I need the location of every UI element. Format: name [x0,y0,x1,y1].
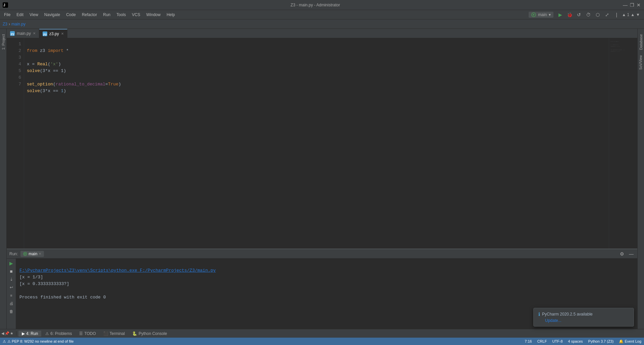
tab-z3-py-close[interactable]: ✕ [61,32,64,36]
run-button[interactable]: ▶ [556,11,564,19]
notification-info-icon: ℹ [538,312,540,317]
status-encoding[interactable]: UTF-8 [552,339,562,343]
left-panel-toggle[interactable]: ◀ [1,331,4,336]
run-label: Run: [9,252,18,256]
rerun-button[interactable]: ▶ [8,260,15,267]
menu-window[interactable]: Window [144,12,163,18]
soft-wrap-button[interactable]: ↩ [8,284,15,291]
app-logo-icon: J [3,2,8,8]
menubar: File Edit View Navigate Code Refactor Ru… [0,10,644,19]
bottom-tab-terminal[interactable]: ⬛ Terminal [100,331,128,337]
tab-main-py-close[interactable]: ✕ [33,31,36,35]
right-panel-tabs: Database SoV/View [637,29,644,329]
titlebar-controls[interactable]: — ❐ ✕ [623,2,641,8]
print-button[interactable]: 🖨 [8,300,15,307]
tab-z3-py-label: z3.py [49,31,59,36]
status-python[interactable]: Python 3.7 (Z3) [588,339,614,343]
status-line-ending[interactable]: CRLF [537,339,547,343]
sidebar-item-project[interactable]: 1: Project [1,31,6,52]
menu-vcs[interactable]: VCS [129,12,143,18]
titlebar: J Z3 - main.py - Administrator — ❐ ✕ [0,0,644,10]
run-minimize-button[interactable]: — [628,251,635,257]
run-tab-close[interactable]: ✕ [39,252,41,256]
notification-popup: ℹ PyCharm 2020.2.5 available Update... [533,308,634,327]
titlebar-title: Z3 - main.py - Administrator [290,3,340,7]
search-up-btn[interactable]: ▲ [631,12,635,17]
minimize-button[interactable]: — [623,2,628,8]
sidebar-database[interactable]: Database [638,31,644,53]
run-with-coverage-button[interactable]: ↺ [575,11,583,19]
svg-text:J: J [3,3,5,7]
menu-edit[interactable]: Edit [14,12,26,18]
terminal-label: Terminal [110,331,125,336]
menu-file[interactable]: File [1,12,13,18]
editor-container: py main.py ✕ py z3.py ✕ 1 [7,29,637,249]
menu-view[interactable]: View [27,12,41,18]
tab-main-py-label: main.py [17,31,31,36]
bottom-tab-python-console[interactable]: 🐍 Python Console [129,331,170,337]
menu-refactor[interactable]: Refactor [79,12,100,18]
breadcrumb: Z3 › main.py [0,19,644,29]
tab-bar: py main.py ✕ py z3.py ✕ [7,29,637,38]
svg-text:py: py [43,32,47,36]
breadcrumb-project[interactable]: Z3 [3,22,7,26]
minimap-panel: from z3 import * x = Real('x') solve(3*x… [609,38,637,249]
run-config-icon [531,12,536,17]
maximize-button[interactable]: ❐ [629,2,635,8]
run-config-label: main [538,12,547,17]
warning-icon: ⚠ [3,339,6,344]
tab-z3-py[interactable]: py z3.py ✕ [39,29,67,38]
bottom-tab-todo[interactable]: ☰ TODO [76,331,99,337]
run-settings-button[interactable]: ⚙ [619,251,625,257]
scroll-to-end-button[interactable]: ⇣ [8,276,15,283]
run-tab-icon-bt: ▶ [22,331,25,336]
python-console-label: Python Console [139,331,167,336]
clear-button[interactable]: 🗑 [8,308,15,315]
close-button[interactable]: ✕ [636,2,641,8]
use-soft-wraps-button[interactable]: ≡ [8,292,15,299]
bottom-tab-run[interactable]: ▶ 4: Run [18,331,41,337]
breadcrumb-separator: › [9,22,10,26]
status-position[interactable]: 7:16 [525,339,532,343]
menu-navigate[interactable]: Navigate [42,12,63,18]
run-config-selector[interactable]: main ▾ [529,12,553,18]
menu-help[interactable]: Help [164,12,178,18]
run-tab-label: main [29,252,37,256]
status-indent[interactable]: 4 spaces [568,339,583,343]
code-content[interactable]: from z3 import * x = Real('x') solve(3*x… [24,38,609,249]
favorites-icon[interactable]: ★ [10,331,13,336]
terminal-icon: ⬛ [103,331,108,336]
tab-main-py[interactable]: py main.py ✕ [7,29,39,38]
concurrency-button[interactable]: ⬡ [594,11,602,19]
event-log[interactable]: 🔔 Event Log [619,339,641,344]
menu-code[interactable]: Code [63,12,78,18]
profile-button[interactable]: ⏱ [584,11,592,19]
bottom-panel-pin[interactable]: 📌 [5,331,9,336]
svg-marker-3 [533,14,535,16]
problems-icon: ⚠ [45,331,49,336]
problems-label: 6: Problems [50,331,72,336]
stop-button[interactable]: ■ [8,268,15,275]
bottom-tab-problems[interactable]: ⚠ 6: Problems [42,331,75,337]
python-file-icon: py [10,31,15,36]
toolbar-expand[interactable]: ⤢ [603,11,611,19]
minimap: from z3 import * x = Real('x') solve(3*x… [609,38,637,249]
notification-update-link[interactable]: Update... [538,318,629,323]
toolbar-more[interactable]: | [612,11,621,19]
python-console-icon: 🐍 [132,331,137,336]
sidebar-sovview[interactable]: SoV/View [638,53,643,72]
breadcrumb-file[interactable]: main.py [11,22,25,26]
main-layout: 1: Project py main.py ✕ py [0,29,644,329]
menu-tools[interactable]: Tools [114,12,128,18]
debug-button[interactable]: 🐞 [566,11,574,19]
run-command-link[interactable]: F:\PycharmProjects\Z3\venv\Scripts\pytho… [19,268,216,273]
run-result-2: [x = 0.3333333333?] [19,281,69,286]
notification-title: ℹ PyCharm 2020.2.5 available [538,312,629,317]
status-warning-text: ⚠ PEP 8: W292 no newline at end of file [7,339,74,344]
todo-icon: ☰ [79,331,83,336]
search-down-btn[interactable]: ▼ [636,12,640,17]
run-tab-main[interactable]: main ✕ [20,251,44,257]
run-tab-label-bt: 4: Run [26,331,38,336]
menu-run[interactable]: Run [100,12,113,18]
code-editor[interactable]: 1 2 3 4 5 6 7 from z3 import * x = Real(… [7,38,637,249]
